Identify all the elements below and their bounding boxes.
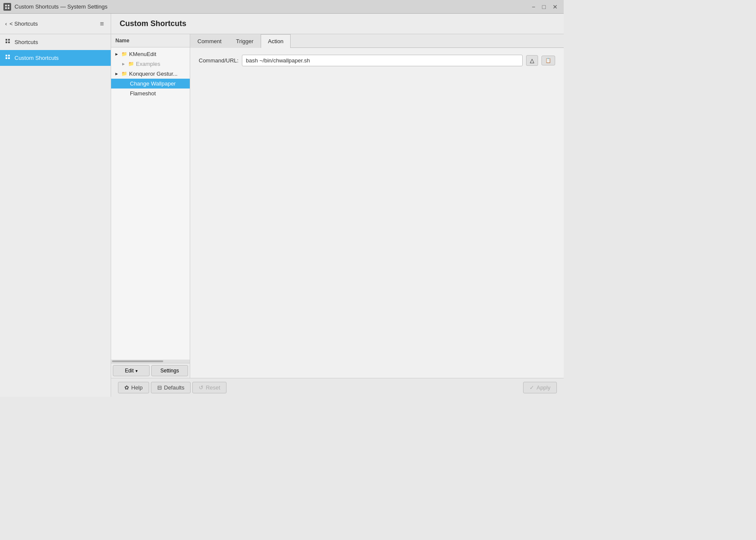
content-area: Custom Shortcuts Name ► 📁 KMenuEdit ► 📁 bbox=[111, 14, 564, 397]
tree-scrollbar[interactable] bbox=[111, 360, 190, 363]
reset-label: Reset bbox=[206, 384, 220, 391]
svg-rect-3 bbox=[8, 7, 9, 9]
settings-label: Settings bbox=[160, 368, 179, 374]
bottom-left-buttons: ✿ Help ⊟ Defaults ↺ Reset bbox=[118, 382, 227, 393]
content-body: Name ► 📁 KMenuEdit ► 📁 Examples bbox=[111, 34, 564, 378]
defaults-button[interactable]: ⊟ Defaults bbox=[151, 382, 191, 393]
help-button[interactable]: ✿ Help bbox=[118, 382, 149, 393]
svg-rect-8 bbox=[6, 55, 7, 56]
tab-comment[interactable]: Comment bbox=[190, 34, 229, 48]
apply-label: Apply bbox=[536, 384, 550, 391]
tree-scrollbar-thumb bbox=[112, 360, 163, 362]
svg-rect-4 bbox=[6, 39, 7, 41]
main-container: ‹ < Shortcuts ≡ Shortcuts bbox=[0, 14, 564, 397]
bottom-bar: ✿ Help ⊟ Defaults ↺ Reset ✓ Apply bbox=[111, 378, 564, 397]
help-icon: ✿ bbox=[124, 384, 129, 391]
tab-action-label: Action bbox=[268, 38, 283, 44]
svg-rect-1 bbox=[8, 5, 9, 6]
titlebar-left: Custom Shortcuts — System Settings bbox=[3, 3, 107, 11]
reset-button[interactable]: ↺ Reset bbox=[192, 382, 227, 393]
command-browse-button[interactable]: 📋 bbox=[541, 56, 555, 65]
svg-rect-10 bbox=[6, 57, 7, 59]
maximize-button[interactable]: □ bbox=[540, 3, 548, 11]
tree-item-label: Konqueror Gestur... bbox=[129, 71, 177, 77]
command-input[interactable] bbox=[242, 55, 523, 66]
tab-comment-label: Comment bbox=[197, 38, 221, 44]
minimize-button[interactable]: − bbox=[529, 3, 538, 11]
svg-rect-7 bbox=[8, 41, 10, 43]
tab-trigger-label: Trigger bbox=[236, 38, 253, 44]
tree-item-label: KMenuEdit bbox=[129, 51, 156, 57]
konqueror-folder-icon: 📁 bbox=[121, 71, 127, 77]
apply-check-icon: ✓ bbox=[529, 384, 534, 391]
edit-dropdown-icon: ▾ bbox=[135, 369, 138, 373]
tree-content: ► 📁 KMenuEdit ► 📁 Examples ► 📁 Ko bbox=[111, 47, 190, 360]
clear-icon: △ bbox=[530, 57, 534, 64]
svg-rect-9 bbox=[8, 55, 10, 56]
tree-item-change-wallpaper[interactable]: Change Wallpaper bbox=[111, 79, 190, 89]
svg-rect-6 bbox=[6, 41, 7, 43]
tree-item-konqueror[interactable]: ► 📁 Konqueror Gestur... bbox=[111, 69, 190, 79]
tree-item-examples[interactable]: ► 📁 Examples bbox=[111, 59, 190, 69]
examples-folder-icon: 📁 bbox=[128, 61, 134, 67]
examples-chevron-icon: ► bbox=[121, 62, 126, 66]
reset-icon: ↺ bbox=[199, 384, 203, 391]
kmenuEdit-folder-icon: 📁 bbox=[121, 51, 127, 57]
defaults-label: Defaults bbox=[164, 384, 185, 391]
sidebar-item-custom-shortcuts[interactable]: Custom Shortcuts bbox=[0, 50, 111, 66]
tree-item-label: Examples bbox=[136, 61, 160, 67]
tree-item-flameshot[interactable]: Flameshot bbox=[111, 89, 190, 98]
sidebar-item-shortcuts[interactable]: Shortcuts bbox=[0, 34, 111, 50]
titlebar: Custom Shortcuts — System Settings − □ ✕ bbox=[0, 0, 564, 14]
apply-button[interactable]: ✓ Apply bbox=[523, 382, 557, 393]
sidebar: ‹ < Shortcuts ≡ Shortcuts bbox=[0, 14, 111, 397]
tree-footer: Edit ▾ Settings bbox=[111, 363, 190, 378]
command-clear-button[interactable]: △ bbox=[526, 55, 538, 66]
help-label: Help bbox=[131, 384, 143, 391]
detail-panel: Comment Trigger Action Command/URL: bbox=[190, 34, 564, 378]
edit-button[interactable]: Edit ▾ bbox=[113, 365, 150, 376]
back-arrow-icon: ‹ bbox=[5, 21, 7, 27]
command-row: Command/URL: △ 📋 bbox=[199, 55, 555, 66]
sidebar-header: ‹ < Shortcuts ≡ bbox=[0, 14, 111, 34]
action-content: Command/URL: △ 📋 bbox=[190, 48, 564, 378]
close-button[interactable]: ✕ bbox=[550, 3, 560, 11]
tabs-bar: Comment Trigger Action bbox=[190, 34, 564, 48]
app-icon bbox=[3, 3, 11, 11]
tree-item-label: Change Wallpaper bbox=[130, 80, 176, 87]
konqueror-chevron-icon: ► bbox=[115, 71, 120, 76]
svg-rect-2 bbox=[5, 7, 7, 9]
edit-label: Edit bbox=[125, 368, 134, 374]
tree-header: Name bbox=[111, 34, 190, 47]
custom-shortcuts-icon bbox=[5, 54, 11, 62]
back-button[interactable]: ‹ < Shortcuts bbox=[5, 21, 38, 27]
browse-icon: 📋 bbox=[545, 58, 551, 63]
bottom-right-buttons: ✓ Apply bbox=[523, 382, 557, 393]
sidebar-item-shortcuts-label: Shortcuts bbox=[15, 39, 38, 45]
settings-button[interactable]: Settings bbox=[151, 365, 188, 376]
page-title: Custom Shortcuts bbox=[120, 19, 186, 28]
svg-rect-5 bbox=[8, 39, 10, 41]
sidebar-menu-button[interactable]: ≡ bbox=[98, 18, 106, 30]
tab-action[interactable]: Action bbox=[261, 34, 291, 48]
tree-item-kmenuEdit[interactable]: ► 📁 KMenuEdit bbox=[111, 49, 190, 59]
command-label: Command/URL: bbox=[199, 57, 238, 64]
tree-item-label: Flameshot bbox=[130, 90, 156, 97]
titlebar-buttons: − □ ✕ bbox=[529, 3, 560, 11]
shortcuts-icon bbox=[5, 38, 11, 46]
svg-rect-0 bbox=[5, 5, 7, 6]
tab-trigger[interactable]: Trigger bbox=[229, 34, 261, 48]
svg-rect-11 bbox=[8, 57, 10, 59]
content-header: Custom Shortcuts bbox=[111, 14, 564, 34]
tree-panel: Name ► 📁 KMenuEdit ► 📁 Examples bbox=[111, 34, 190, 378]
defaults-icon: ⊟ bbox=[157, 384, 162, 391]
window-title: Custom Shortcuts — System Settings bbox=[15, 3, 107, 10]
kmenuEdit-chevron-icon: ► bbox=[115, 52, 120, 56]
back-label: < Shortcuts bbox=[9, 21, 38, 27]
sidebar-item-custom-shortcuts-label: Custom Shortcuts bbox=[15, 55, 59, 61]
